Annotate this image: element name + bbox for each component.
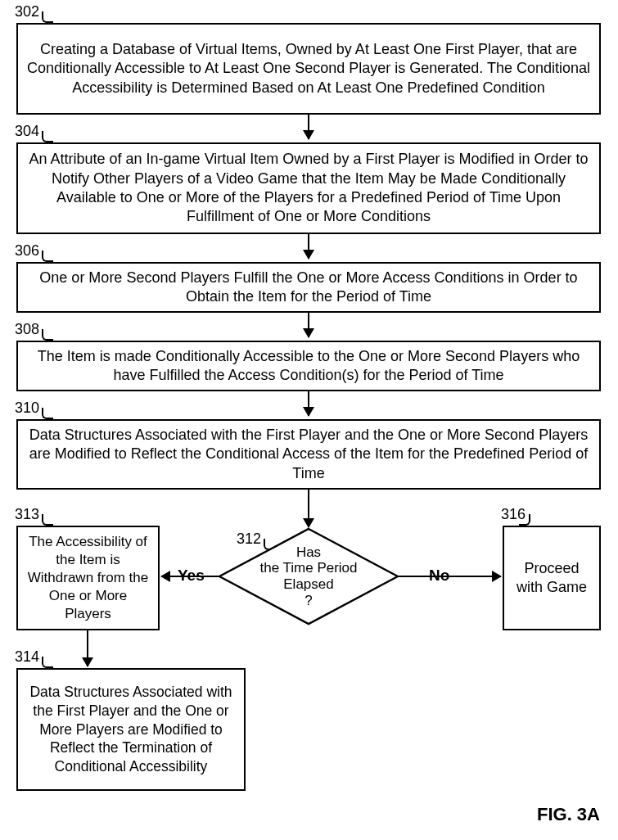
step-316-text: Proceed with Game	[512, 559, 591, 598]
arrow-313-314	[87, 630, 88, 666]
ref-310: 310	[15, 400, 39, 417]
step-310-text: Data Structures Associated with the Firs…	[26, 426, 591, 483]
ref-tick-304	[42, 131, 53, 142]
arrow-306-308	[308, 313, 309, 337]
figure-label: FIG. 3A	[537, 804, 600, 825]
ref-tick-316	[519, 514, 530, 526]
step-314: Data Structures Associated with the Firs…	[16, 668, 246, 791]
step-313-text: The Accessibility of the Item is Withdra…	[26, 533, 150, 623]
ref-tick-308	[42, 329, 53, 341]
step-316: Proceed with Game	[503, 526, 601, 630]
ref-304: 304	[15, 123, 39, 140]
step-308: The Item is made Conditionally Accessibl…	[16, 341, 601, 391]
ref-tick-306	[42, 251, 53, 262]
step-306-text: One or More Second Players Fulfill the O…	[26, 269, 591, 307]
ref-314: 314	[15, 648, 39, 666]
ref-tick-314	[42, 657, 53, 668]
arrow-310-312	[308, 490, 309, 527]
step-313: The Accessibility of the Item is Withdra…	[16, 526, 160, 630]
step-302-text: Creating a Database of Virtual Items, Ow…	[26, 40, 591, 97]
arrow-302-304	[308, 115, 309, 139]
ref-313: 313	[15, 506, 39, 523]
step-302: Creating a Database of Virtual Items, Ow…	[16, 23, 601, 115]
step-304: An Attribute of an In-game Virtual Item …	[16, 142, 601, 234]
arrow-304-306	[308, 234, 309, 259]
arrow-308-310	[308, 391, 309, 416]
ref-306: 306	[15, 242, 39, 260]
step-306: One or More Second Players Fulfill the O…	[16, 262, 601, 313]
decision-312-text: Has the Time Period Elapsed ?	[218, 527, 399, 625]
ref-tick-313	[42, 514, 53, 526]
arrow-312-316	[399, 576, 501, 577]
arrow-312-313	[161, 576, 219, 577]
step-308-text: The Item is made Conditionally Accessibl…	[26, 347, 591, 386]
step-314-text: Data Structures Associated with the Firs…	[26, 683, 236, 776]
decision-312: Has the Time Period Elapsed ?	[218, 527, 399, 625]
ref-302: 302	[15, 3, 39, 20]
ref-tick-302	[42, 11, 53, 23]
step-304-text: An Attribute of an In-game Virtual Item …	[26, 150, 591, 227]
ref-308: 308	[15, 321, 39, 338]
ref-tick-310	[42, 408, 53, 419]
step-310: Data Structures Associated with the Firs…	[16, 419, 601, 490]
